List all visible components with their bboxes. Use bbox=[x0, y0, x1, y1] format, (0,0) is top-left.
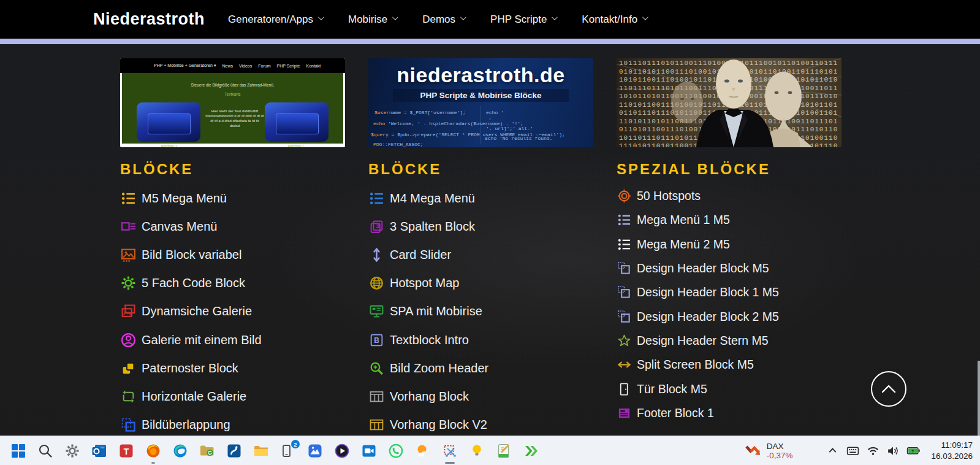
notification-badge: 2 bbox=[291, 440, 300, 448]
taskbar-icon-green-arrows[interactable] bbox=[522, 442, 539, 459]
site-brand[interactable]: Niederastroth bbox=[93, 10, 205, 29]
taskbar-icon-lightbulb[interactable] bbox=[468, 442, 485, 459]
taskbar-clock[interactable]: 11:09:17 16.03.2026 bbox=[931, 440, 973, 461]
block-link-design-header-block-1-m5[interactable]: Design Header Block 1 M5 bbox=[617, 280, 841, 304]
tray-battery-icon[interactable] bbox=[905, 443, 921, 459]
block-link-vorhang-block[interactable]: Vorhang Block bbox=[368, 382, 593, 410]
taskbar-icon-office-red-t[interactable]: T bbox=[118, 442, 134, 459]
block-link-mega-men-1-m5[interactable]: Mega Menü 1 M5 bbox=[617, 208, 841, 232]
thumb1-line: Steuere die Bildgröße über das Zahnrad-M… bbox=[122, 83, 343, 87]
nav-item-php-scripte[interactable]: PHP Scripte bbox=[490, 13, 556, 26]
vertical-scrollbar-thumb[interactable] bbox=[978, 361, 980, 436]
block-link-bild-zoom-header[interactable]: Bild Zoom Header bbox=[368, 354, 593, 382]
tray-volume-icon[interactable] bbox=[885, 443, 901, 459]
block-link-label: Canvas Menü bbox=[142, 220, 217, 234]
block-link-split-screen-block-m5[interactable]: Split Screen Block M5 bbox=[617, 353, 841, 377]
block-link-textblock-intro[interactable]: BTextblock Intro bbox=[368, 326, 593, 354]
block-link-footer-block-1[interactable]: Footer Block 1 bbox=[617, 401, 841, 425]
block-link-mega-men-2-m5[interactable]: Mega Menü 2 M5 bbox=[617, 233, 841, 256]
block-link-bild-block-variabel[interactable]: Bild Block variabel bbox=[120, 240, 345, 269]
taskbar-icon-settings[interactable] bbox=[64, 442, 80, 459]
stock-widget-dax[interactable]: DAX -0,37% bbox=[744, 442, 793, 460]
thumb1-caption-right: Bildtitel 1 Beschreibung oder Text zu di… bbox=[250, 144, 342, 147]
target-icon bbox=[617, 189, 631, 204]
block-link-label: 5 Fach Code Block bbox=[142, 276, 245, 290]
taskbar-icon-media-player[interactable] bbox=[333, 442, 350, 459]
block-link-label: Bildüberlappung bbox=[142, 418, 230, 432]
photo-stack-icon bbox=[120, 304, 136, 320]
tray-wifi-icon[interactable] bbox=[865, 443, 881, 459]
column2-items: M4 Mega Menü33 Spalten BlockCard SliderH… bbox=[368, 184, 593, 439]
thumbnail-code-banner: niederastroth.de PHP Scripte & Mobirise … bbox=[368, 58, 593, 147]
block-link-label: Bild Zoom Header bbox=[390, 361, 488, 375]
thumb1-image-right bbox=[265, 102, 329, 142]
taskbar-icon-firefox[interactable] bbox=[145, 442, 161, 459]
block-link-label: Textblock Intro bbox=[390, 333, 469, 347]
chevron-down-icon bbox=[642, 14, 648, 20]
dashed-overlap-icon bbox=[120, 417, 136, 433]
block-link-t-r-block-m5[interactable]: Tür Block M5 bbox=[617, 377, 841, 401]
dax-change-value: -0,37% bbox=[767, 451, 793, 460]
block-link-50-hotspots[interactable]: 50 Hotspots bbox=[617, 184, 841, 208]
thumb2-code-line: '. url]';' alt-' bbox=[486, 126, 533, 131]
block-link-horizontale-galerie[interactable]: Horizontale Galerie bbox=[120, 382, 345, 410]
block-link-label: Hotspot Map bbox=[390, 276, 459, 290]
list-icon bbox=[617, 213, 631, 228]
taskbar-icon-file-explorer[interactable] bbox=[253, 442, 269, 459]
column1-items: M5 Mega MenüCanvas MenüBild Block variab… bbox=[120, 184, 345, 439]
block-link-design-header-block-2-m5[interactable]: Design Header Block 2 M5 bbox=[617, 304, 841, 328]
nav-item-kontakt-info[interactable]: Kontakt/Info bbox=[582, 13, 647, 26]
taskbar-icon-folder-sync[interactable] bbox=[199, 442, 215, 459]
block-link-3-spalten-block[interactable]: 33 Spalten Block bbox=[368, 212, 593, 240]
block-link-design-header-block-m5[interactable]: Design Header Block M5 bbox=[617, 256, 841, 280]
tray-keyboard-icon[interactable] bbox=[845, 443, 860, 459]
taskbar-icon-outlook[interactable] bbox=[91, 442, 107, 459]
taskbar-icon-screen-recorder[interactable] bbox=[360, 442, 377, 459]
block-link-hotspot-map[interactable]: Hotspot Map bbox=[368, 269, 593, 298]
block-link-label: Vorhang Block bbox=[390, 390, 469, 404]
running-app-indicator bbox=[151, 462, 155, 464]
tray-chevron-up-icon[interactable] bbox=[824, 443, 840, 459]
column1-heading: BLÖCKE bbox=[120, 161, 345, 178]
block-link-canvas-men-[interactable]: Canvas Menü bbox=[120, 212, 345, 240]
block-link-label: Dynamsiche Galerie bbox=[142, 304, 252, 318]
svg-text:T: T bbox=[123, 446, 129, 456]
v-arrows-icon bbox=[368, 247, 384, 263]
block-link-spa-mit-mobirise[interactable]: SPA mit Mobirise bbox=[368, 298, 593, 326]
block-link-design-header-stern-m5[interactable]: Design Header Stern M5 bbox=[617, 329, 841, 353]
nav-item-generatoren-apps[interactable]: Generatoren/Apps bbox=[228, 13, 322, 26]
nav-item-demos[interactable]: Demos bbox=[422, 13, 465, 26]
thumb1-caption-right-title: Bildtitel 1 bbox=[250, 144, 342, 147]
taskbar-icon-weather[interactable] bbox=[414, 442, 431, 459]
block-link-label: M4 Mega Menü bbox=[390, 191, 475, 206]
taskbar-icon-photos[interactable] bbox=[306, 442, 323, 459]
nav-item-mobirise[interactable]: Mobirise bbox=[348, 13, 397, 26]
block-link-5-fach-code-block[interactable]: 5 Fach Code Block bbox=[120, 269, 345, 298]
taskbar-icon-whatsapp[interactable] bbox=[387, 442, 404, 459]
taskbar-icon-paintshop[interactable] bbox=[226, 442, 242, 459]
block-link-card-slider[interactable]: Card Slider bbox=[368, 240, 593, 269]
chevron-down-icon bbox=[318, 14, 324, 20]
block-link-galerie-mit-einem-bild[interactable]: Galerie mit einem Bild bbox=[120, 326, 345, 354]
block-link-m4-mega-men-[interactable]: M4 Mega Menü bbox=[368, 184, 593, 212]
nav-item-label: Generatoren/Apps bbox=[228, 13, 313, 26]
scroll-to-top-button[interactable] bbox=[871, 371, 906, 407]
block-link-bild-berlappung[interactable]: Bildüberlappung bbox=[120, 411, 345, 439]
thumb1-nav-link: PHP Scripte bbox=[276, 64, 300, 68]
thumb2-title: niederastroth.de bbox=[368, 63, 593, 87]
running-app-indicator bbox=[445, 462, 455, 464]
block-link-label: Mega Menü 1 M5 bbox=[637, 213, 730, 227]
footer-icon bbox=[617, 405, 631, 420]
block-link-paternoster-block[interactable]: Paternoster Block bbox=[120, 354, 345, 382]
block-link-dynamsiche-galerie[interactable]: Dynamsiche Galerie bbox=[120, 298, 345, 326]
svg-text:B: B bbox=[374, 336, 379, 345]
star-icon bbox=[617, 333, 631, 348]
block-link-m5-mega-men-[interactable]: M5 Mega Menü bbox=[120, 184, 345, 212]
taskbar-icon-edge[interactable] bbox=[172, 442, 188, 459]
block-link-vorhang-block-v2[interactable]: Vorhang Block V2 bbox=[368, 411, 593, 439]
taskbar-icon-notes[interactable] bbox=[495, 442, 512, 459]
taskbar-icon-search[interactable] bbox=[37, 442, 53, 459]
taskbar-icon-snipping-tool[interactable] bbox=[441, 442, 458, 459]
taskbar-icon-start-button[interactable] bbox=[10, 442, 26, 459]
taskbar-icon-phone-link[interactable]: 2 bbox=[279, 442, 296, 459]
